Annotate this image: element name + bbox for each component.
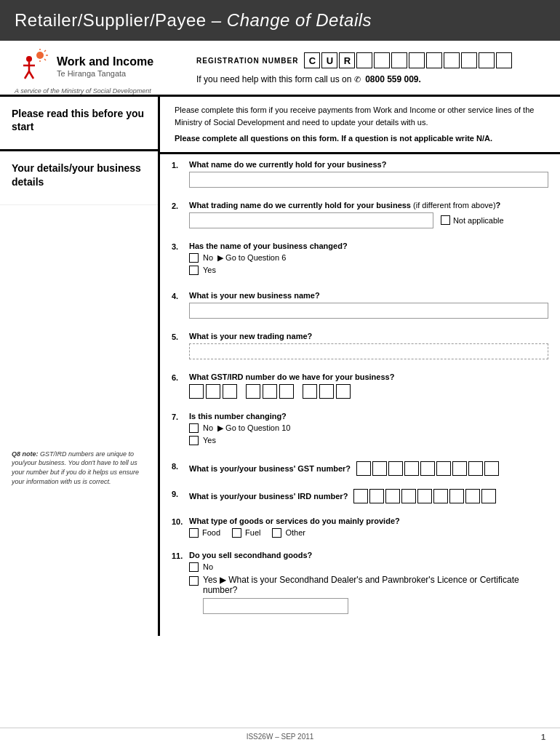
q9-boxes (353, 489, 496, 503)
q10-number: 10. (172, 517, 185, 526)
q9-box-4[interactable] (401, 489, 416, 503)
gst-box-7[interactable] (303, 384, 317, 399)
q9-box-2[interactable] (369, 489, 384, 503)
q11-no-label: No (203, 562, 213, 571)
reg-box-r: R (339, 52, 355, 68)
q7-yes-checkbox[interactable] (189, 436, 199, 445)
fuel-label: Fuel (245, 528, 260, 537)
q11-number: 11. (172, 551, 185, 560)
other-option: Other (272, 528, 305, 538)
food-checkbox[interactable] (189, 528, 199, 538)
gst-box-4[interactable] (246, 384, 260, 399)
fuel-option: Fuel (232, 528, 260, 538)
question-6: 6. What GST/IRD number do we have for yo… (172, 367, 548, 399)
q1-label: What name do we currently hold for your … (189, 160, 548, 169)
gst-box-8[interactable] (319, 384, 334, 399)
footer: ISS26W – SEP 2011 1 (0, 728, 560, 745)
q8-box-1[interactable] (356, 461, 371, 476)
reg-box-9[interactable] (496, 52, 512, 68)
q9-box-7[interactable] (449, 489, 464, 503)
q3-yes-row: Yes (189, 266, 548, 275)
q7-label: Is this number changing? (189, 412, 548, 421)
reg-box-u: U (321, 52, 337, 68)
your-details-section: Your details/your business details (0, 151, 158, 204)
q8-label: What is your/your business' GST number? (189, 464, 351, 473)
not-applicable-label: Not applicable (453, 216, 504, 225)
q4-input[interactable] (189, 303, 548, 319)
main-form: 1. What name do we currently hold for yo… (160, 154, 560, 636)
logo-icon (15, 48, 51, 84)
q3-label: Has the name of your business changed? (189, 242, 548, 250)
q9-row: What is your/your business' IRD number? (189, 489, 548, 503)
goods-options: Food Fuel Other (189, 528, 548, 538)
q11-yes-checkbox[interactable] (189, 576, 199, 586)
q8-box-4[interactable] (404, 461, 419, 476)
q7-no-checkbox[interactable] (189, 423, 199, 433)
gst-box-5[interactable] (263, 384, 277, 399)
q2-input[interactable] (189, 212, 433, 228)
q3-yes-checkbox[interactable] (189, 266, 199, 275)
food-label: Food (202, 528, 220, 537)
q8-box-3[interactable] (388, 461, 403, 476)
gst-box-9[interactable] (336, 384, 351, 399)
gst-box-1[interactable] (189, 384, 204, 399)
q8-boxes (356, 461, 499, 476)
q9-box-1[interactable] (353, 489, 368, 503)
q2-input-row: Not applicable (189, 212, 548, 228)
gst-box-6[interactable] (279, 384, 294, 399)
other-checkbox[interactable] (272, 528, 281, 538)
q11-label: Do you sell secondhand goods? (189, 551, 548, 559)
q11-licence-input[interactable] (203, 598, 348, 614)
q9-box-6[interactable] (433, 489, 448, 503)
reg-box-1[interactable] (356, 52, 372, 68)
q8-box-7[interactable] (452, 461, 467, 476)
reg-box-2[interactable] (374, 52, 390, 68)
q1-input[interactable] (189, 172, 548, 188)
svg-line-10 (29, 71, 33, 79)
q6-label: What GST/IRD number do we have for your … (189, 372, 548, 381)
question-10: 10. What type of goods or services do yo… (172, 511, 548, 538)
q8-box-2[interactable] (372, 461, 387, 476)
q8-row: What is your/your business' GST number? (189, 461, 548, 476)
q9-box-9[interactable] (481, 489, 496, 503)
q8-box-6[interactable] (436, 461, 451, 476)
q5-label: What is your new trading name? (189, 332, 548, 340)
q11-yes-row: Yes ▶ What is your Secondhand Dealer's a… (189, 575, 548, 614)
gst-box-3[interactable] (223, 384, 237, 399)
q11-no-checkbox[interactable] (189, 562, 199, 572)
q8-note-section: Q8 note: GST/IRD numbers are unique to y… (0, 438, 158, 498)
reg-label: REGISTRATION NUMBER (196, 57, 298, 65)
reg-box-5[interactable] (426, 52, 442, 68)
q5-input[interactable] (189, 343, 548, 359)
q6-gst-boxes (189, 384, 548, 399)
q3-yes-label: Yes (203, 266, 216, 274)
svg-point-6 (26, 56, 32, 62)
q8-box-9[interactable] (484, 461, 499, 476)
question-11: 11. Do you sell secondhand goods? No Yes… (172, 545, 548, 617)
page: Retailer/Supplier/Payee – Change of Deta… (0, 0, 560, 745)
logo-section: Work and Income Te Hiranga Tangata A ser… (15, 48, 175, 95)
question-3: 3. Has the name of your business changed… (172, 236, 548, 278)
org-maori: Te Hiranga Tangata (57, 69, 153, 78)
reg-box-4[interactable] (409, 52, 425, 68)
right-column: Please complete this form if you receive… (160, 97, 560, 636)
gst-box-2[interactable] (206, 384, 220, 399)
q3-no-checkbox[interactable] (189, 253, 199, 263)
q9-box-3[interactable] (385, 489, 400, 503)
q8-box-5[interactable] (420, 461, 435, 476)
fuel-checkbox[interactable] (232, 528, 241, 538)
q9-box-5[interactable] (417, 489, 432, 503)
not-applicable-checkbox[interactable] (441, 215, 450, 225)
question-1: 1. What name do we currently hold for yo… (172, 154, 548, 188)
q8-box-8[interactable] (468, 461, 483, 476)
q3-number: 3. (172, 242, 185, 251)
reg-box-8[interactable] (479, 52, 495, 68)
reg-box-3[interactable] (391, 52, 407, 68)
q9-box-8[interactable] (465, 489, 480, 503)
reg-box-7[interactable] (461, 52, 477, 68)
question-8: 8. What is your/your business' GST numbe… (172, 455, 548, 476)
food-option: Food (189, 528, 220, 538)
reg-box-6[interactable] (444, 52, 460, 68)
q8-note: Q8 note: GST/IRD numbers are unique to y… (12, 450, 146, 486)
other-label: Other (285, 528, 305, 537)
